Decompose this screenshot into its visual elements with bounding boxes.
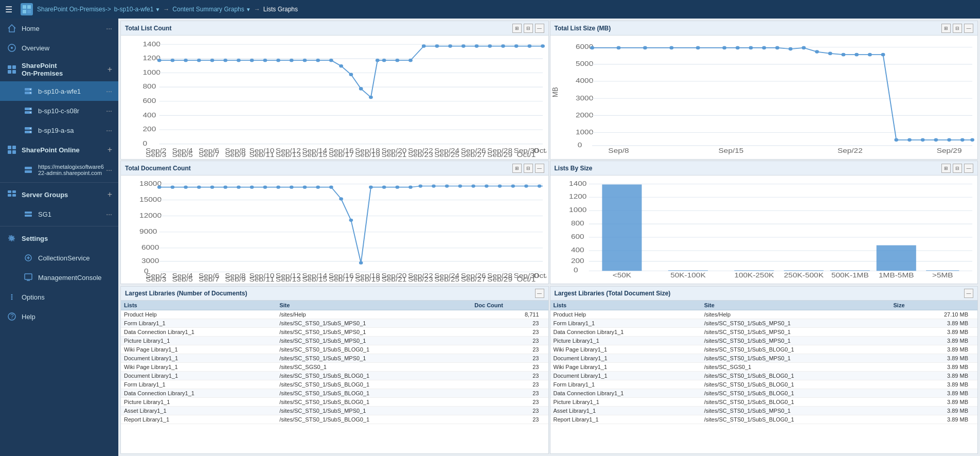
chart-icon-expand-4[interactable]: ⊞ <box>941 164 951 173</box>
sharepoint-online-add[interactable]: + <box>108 145 112 154</box>
sidebar-item-b-sp19-sa[interactable]: b-sp19-a-sa ··· <box>0 120 118 140</box>
svg-point-83 <box>475 44 479 48</box>
sidebar-item-settings[interactable]: Settings <box>0 229 118 248</box>
sidebar-item-management-console[interactable]: ManagementConsole <box>0 268 118 287</box>
table-row[interactable]: Report Library1_1 /sites/SC_STS0_1/SubS_… <box>121 415 548 424</box>
chart-icon-table-3[interactable]: ⊟ <box>524 164 533 173</box>
svg-rect-26 <box>25 167 32 169</box>
svg-point-77 <box>395 59 399 62</box>
cell-site: /sites/SC_STS0_1/SubS_MPS0_1 <box>276 407 471 415</box>
breadcrumb-server[interactable]: b-sp10-a-wfe1 ▼ <box>114 6 161 13</box>
table-row[interactable]: Document Library1_1 /sites/SC_STS0_1/Sub… <box>121 354 548 363</box>
b-sp19-sa-more[interactable]: ··· <box>106 126 112 134</box>
chart-icon-table-4[interactable]: ⊟ <box>953 164 962 173</box>
svg-text:Sep/13: Sep/13 <box>276 275 301 282</box>
sidebar-item-b-sp10-s08r[interactable]: b-sp10-c-s08r ··· <box>0 101 118 120</box>
table-minimize-size[interactable]: — <box>964 289 973 298</box>
chart-title-list-size: Total List Size (MB) <box>555 25 942 32</box>
table-row[interactable]: Data Connection Library1_1 /sites/SC_STS… <box>121 328 548 337</box>
chart-icon-expand-2[interactable]: ⊞ <box>941 24 951 33</box>
svg-text:1000: 1000 <box>575 128 593 136</box>
metalogix-more[interactable]: ··· <box>106 166 112 174</box>
table-minimize-docs[interactable]: — <box>535 289 544 298</box>
svg-text:50K-100K: 50K-100K <box>670 271 706 278</box>
chart-icon-minimize[interactable]: — <box>535 24 544 33</box>
table-row[interactable]: Data Connection Library1_1 /sites/SC_STS… <box>121 389 548 398</box>
svg-point-135 <box>590 46 594 50</box>
table-row[interactable]: Product Help /sites/Help 8,711 <box>121 310 548 319</box>
table-row[interactable]: Wiki Page Library1_1 /sites/SC_SGS0_1 23 <box>121 363 548 372</box>
chart-icon-table[interactable]: ⊟ <box>524 24 533 33</box>
svg-point-206 <box>511 184 515 187</box>
table-row[interactable]: Data Connection Library1_1 /sites/SC_STS… <box>550 328 978 337</box>
list-size-svg: MB 6000 5000 4000 3000 2000 1000 0 <box>553 38 976 157</box>
home-more[interactable]: ··· <box>106 24 112 32</box>
cell-site: /sites/SC_STS0_1/SubS_MPS0_1 <box>276 328 471 337</box>
breadcrumb-content-summary[interactable]: Content Summary Graphs ▼ <box>172 6 251 13</box>
cell-count: 23 <box>471 354 542 363</box>
table-row[interactable]: Asset Library1_1 /sites/SC_STS0_1/SubS_M… <box>121 407 548 415</box>
table-row[interactable]: Document Library1_1 /sites/SC_STS0_1/Sub… <box>550 372 978 380</box>
sidebar-item-options[interactable]: Options <box>0 287 118 307</box>
table-row[interactable]: Asset Library1_1 /sites/SC_STS0_1/SubS_M… <box>550 407 978 415</box>
chart-icon-minimize-2[interactable]: — <box>964 24 973 33</box>
table-row[interactable]: Form Library1_1 /sites/SC_STS0_1/SubS_BL… <box>550 380 978 389</box>
breadcrumb-sharepoint[interactable]: SharePoint On-Premises-> <box>37 6 111 13</box>
table-row[interactable]: Form Library1_1 /sites/SC_STS0_1/SubS_MP… <box>121 319 548 328</box>
chart-icons-doc-count: ⊞ ⊟ — <box>512 164 544 173</box>
svg-text:1MB-5MB: 1MB-5MB <box>879 271 914 278</box>
charts-grid: Total List Count ⊞ ⊟ — 1400 1200 1000 80… <box>118 19 980 286</box>
sidebar-item-sg1[interactable]: SG1 ··· <box>0 204 118 224</box>
table-row[interactable]: Picture Library1_1 /sites/SC_STS0_1/SubS… <box>121 337 548 345</box>
table-row[interactable]: Wiki Page Library1_1 /sites/SC_STS0_1/Su… <box>550 345 978 354</box>
chart-icon-minimize-3[interactable]: — <box>535 164 544 173</box>
sidebar-item-b-sp10-wfe1[interactable]: b-sp10-a-wfe1 ··· <box>0 81 118 101</box>
table-row[interactable]: Document Library1_1 /sites/SC_STS0_1/Sub… <box>121 372 548 380</box>
table-row[interactable]: Picture Library1_1 /sites/SC_STS0_1/SubS… <box>121 398 548 407</box>
table-row[interactable]: Wiki Page Library1_1 /sites/SC_SGS0_1 3.… <box>550 363 978 372</box>
table-row[interactable]: Form Library1_1 /sites/SC_STS0_1/SubS_MP… <box>550 319 978 328</box>
chart-body-list-count: 1400 1200 1000 800 600 400 200 0 <box>121 36 548 159</box>
overview-label: Overview <box>22 44 112 52</box>
cell-list-name: Picture Library1_1 <box>121 337 276 345</box>
sidebar-item-overview[interactable]: Overview <box>0 38 118 58</box>
sidebar-item-sharepoint-onprem[interactable]: SharePointOn-Premises + <box>0 58 118 81</box>
chart-icon-table-2[interactable]: ⊟ <box>953 24 962 33</box>
sidebar-item-sharepoint-online[interactable]: SharePoint Online + <box>0 140 118 160</box>
table-row[interactable]: Form Library1_1 /sites/SC_STS0_1/SubS_BL… <box>121 380 548 389</box>
cell-pad <box>542 328 548 337</box>
table-row[interactable]: Data Connection Library1_1 /sites/SC_STS… <box>550 389 978 398</box>
svg-point-196 <box>382 186 386 189</box>
table-row[interactable]: Wiki Page Library1_1 /sites/SC_STS0_1/Su… <box>121 345 548 354</box>
cell-pad-size <box>971 354 977 363</box>
cell-list-name-size: Data Connection Library1_1 <box>550 328 701 337</box>
table-scroll-docs[interactable]: Lists Site Doc Count Product Help /sites… <box>121 301 548 453</box>
b-sp10-s08r-more[interactable]: ··· <box>106 107 112 115</box>
chart-icon-expand-3[interactable]: ⊞ <box>512 164 522 173</box>
sidebar-item-metalogix-url[interactable]: https://metalogixsoftware622-admin.share… <box>0 160 118 180</box>
sharepoint-onprem-add[interactable]: + <box>108 65 112 74</box>
svg-point-66 <box>276 59 280 62</box>
server-groups-add[interactable]: + <box>108 190 112 199</box>
svg-rect-3 <box>27 10 31 13</box>
b-sp10-wfe1-more[interactable]: ··· <box>106 87 112 95</box>
table-row[interactable]: Product Help /sites/Help 27.10 MB <box>550 310 978 319</box>
chart-icon-minimize-4[interactable]: — <box>964 164 973 173</box>
table-row[interactable]: Picture Library1_1 /sites/SC_STS0_1/SubS… <box>550 337 978 345</box>
hamburger-menu[interactable]: ☰ <box>5 5 12 14</box>
svg-point-69 <box>316 59 320 62</box>
svg-text:0: 0 <box>574 267 578 274</box>
cell-pad <box>542 398 548 407</box>
metalogix-url-label: https://metalogixsoftware622-admin.share… <box>38 164 106 176</box>
sg1-more[interactable]: ··· <box>106 210 112 218</box>
svg-rect-8 <box>8 70 11 74</box>
table-row[interactable]: Document Library1_1 /sites/SC_STS0_1/Sub… <box>550 354 978 363</box>
table-row[interactable]: Report Library1_1 /sites/SC_STS0_1/SubS_… <box>550 415 978 424</box>
table-row[interactable]: Picture Library1_1 /sites/SC_STS0_1/SubS… <box>550 398 978 407</box>
sidebar-item-home[interactable]: Home ··· <box>0 19 118 38</box>
table-scroll-size[interactable]: Lists Site Size Product Help /sites/Help… <box>550 301 978 453</box>
sidebar-item-help[interactable]: ? Help <box>0 307 118 326</box>
chart-icon-expand[interactable]: ⊞ <box>512 24 522 33</box>
sidebar-item-server-groups[interactable]: Server Groups + <box>0 185 118 204</box>
sidebar-item-collection-service[interactable]: CollectionService <box>0 248 118 268</box>
